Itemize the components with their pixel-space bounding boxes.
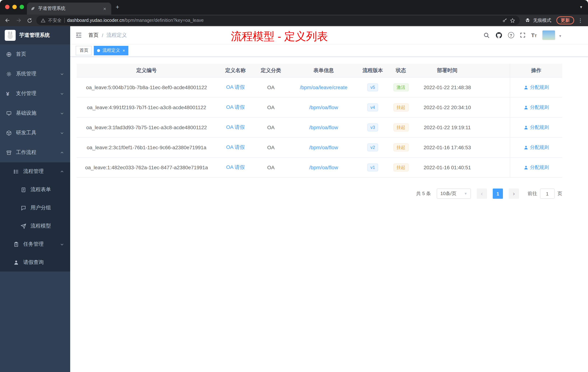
goto-page: 前往 页 (528, 188, 562, 199)
definition-name-link[interactable]: OA 请假 (226, 84, 245, 91)
sidebar-item-task-management[interactable]: 任务管理 (0, 235, 70, 253)
sidebar-item-leave-query[interactable]: 请假查询 (0, 253, 70, 272)
dashboard-icon (6, 52, 12, 57)
definition-name-link[interactable]: OA 请假 (226, 124, 245, 131)
breadcrumb-home-link[interactable]: 首页 (88, 32, 99, 38)
assign-rule-link[interactable]: 分配规则 (524, 124, 549, 131)
update-button[interactable]: 更新 (556, 16, 574, 24)
browser-tab[interactable]: 芋道管理系统 × (27, 2, 111, 15)
form-info-link[interactable]: /bpm/oa/flow (309, 124, 338, 130)
next-page-button[interactable]: › (509, 188, 519, 199)
list-icon (13, 169, 19, 174)
col-definition-id: 定义编号 (77, 64, 216, 77)
avatar-caret-down-icon[interactable]: ▼ (558, 34, 562, 40)
version-badge: v5 (367, 83, 378, 91)
chevron-up-icon (60, 151, 64, 154)
app-title: 芋道管理系统 (19, 32, 50, 39)
app-shell: 芋道管理系统 首页 系统管理 ¥ 支付管 (0, 26, 588, 372)
sidebar-item-home[interactable]: 首页 (0, 44, 70, 64)
tag-label: 流程定义 (103, 47, 120, 54)
version-badge: v4 (367, 103, 378, 111)
form-info-link[interactable]: /bpm/oa/flow (309, 104, 338, 110)
definition-category: OA (254, 77, 287, 97)
tab-search-chevron-icon[interactable]: ▼ (579, 5, 583, 9)
tag-close-icon[interactable]: × (123, 48, 125, 53)
deploy-time: 2022-01-22 19:19:11 (416, 118, 478, 137)
github-icon[interactable] (495, 32, 503, 39)
definition-name-link[interactable]: OA 请假 (226, 104, 245, 111)
main-area: 首页 / 流程定义 流程模型 - 定义列表 ? TT (70, 26, 588, 372)
sidebar-item-process-form[interactable]: 流程表单 (0, 181, 70, 199)
tag-process-definition[interactable]: 流程定义 × (94, 46, 128, 55)
window-minimize-button[interactable] (12, 5, 17, 9)
font-size-icon[interactable]: TT (531, 32, 537, 38)
sidebar-item-workflow[interactable]: 工作流程 (0, 143, 70, 162)
definition-id: oa_leave:5:004b710b-7b8a-11ec-8ef0-acde4… (77, 77, 216, 97)
table-row: oa_leave:2:3c1f0ef1-76b1-11ec-9c66-a2380… (77, 138, 562, 158)
forward-button[interactable] (15, 16, 22, 24)
new-tab-button[interactable]: + (116, 4, 119, 10)
col-definition-category: 定义分类 (254, 64, 287, 77)
address-bar[interactable]: 不安全 dashboard.yudao.iocoder.cn/bpm/manag… (36, 16, 520, 25)
form-info-link[interactable]: /bpm/oa/leave/create (300, 85, 347, 90)
status-badge: 激活 (393, 83, 409, 91)
avatar[interactable] (542, 30, 555, 40)
form-info-link[interactable]: /bpm/oa/flow (309, 144, 338, 150)
sidebar-item-label: 请假查询 (23, 259, 44, 266)
assign-rule-link[interactable]: 分配规则 (524, 164, 549, 171)
warning-icon (41, 18, 45, 23)
sidebar-item-process-model[interactable]: 流程模型 (0, 217, 70, 235)
gear-icon (6, 71, 12, 77)
sidebar-item-label: 流程模型 (31, 223, 51, 229)
definition-category: OA (254, 158, 287, 177)
assign-rule-label: 分配规则 (530, 124, 549, 131)
sidebar-item-payment[interactable]: ¥ 支付管理 (0, 84, 70, 103)
sidebar-item-system[interactable]: 系统管理 (0, 64, 70, 84)
goto-page-input[interactable] (540, 188, 555, 199)
screen: 芋道管理系统 × + ▼ 不安全 dashboard.yudao. (0, 0, 588, 372)
chevron-down-icon (60, 131, 64, 135)
tag-home[interactable]: 首页 (76, 46, 92, 55)
prev-page-button[interactable]: ‹ (477, 188, 487, 199)
definition-name-link[interactable]: OA 请假 (226, 144, 245, 151)
page-content: 定义编号 定义名称 定义分类 表单信息 流程版本 状态 部署时间 操作 oa_l… (70, 57, 588, 199)
definition-name-link[interactable]: OA 请假 (226, 164, 245, 171)
sidebar-collapse-icon[interactable] (74, 31, 83, 39)
reload-button[interactable] (25, 16, 33, 24)
current-page-button[interactable]: 1 (493, 188, 503, 199)
deploy-time: 2022-01-16 01:40:51 (416, 158, 478, 177)
chevron-up-icon (60, 169, 64, 174)
fullscreen-icon[interactable] (520, 32, 526, 38)
browser-menu-icon[interactable]: ⋮ (577, 17, 584, 23)
version-badge: v2 (367, 143, 378, 152)
assign-rule-label: 分配规则 (530, 164, 549, 171)
search-icon[interactable] (483, 32, 490, 38)
window-zoom-button[interactable] (20, 5, 24, 9)
window-close-button[interactable] (5, 5, 10, 9)
definition-table: 定义编号 定义名称 定义分类 表单信息 流程版本 状态 部署时间 操作 oa_l… (77, 64, 562, 178)
bookmark-star-icon[interactable] (510, 18, 515, 23)
assign-rule-link[interactable]: 分配规则 (524, 144, 549, 151)
page-size-select[interactable]: 10条/页 ▼ (437, 188, 471, 199)
sidebar-item-process-management[interactable]: 流程管理 (0, 162, 70, 181)
table-row: oa_leave:4:991f2193-7b7f-11ec-a3c8-acde4… (77, 98, 562, 118)
help-icon[interactable]: ? (508, 32, 514, 38)
tag-label: 首页 (80, 47, 88, 54)
cube-icon (6, 130, 12, 136)
tab-close-icon[interactable]: × (102, 6, 108, 11)
omnibox-divider (64, 18, 64, 23)
sidebar-item-user-group[interactable]: 用户分组 (0, 199, 70, 217)
assign-rule-link[interactable]: 分配规则 (524, 104, 549, 111)
version-badge: v1 (367, 164, 378, 171)
back-button[interactable] (4, 16, 12, 24)
sidebar-item-devtools[interactable]: 研发工具 (0, 123, 70, 143)
incognito-icon (525, 17, 531, 23)
header-actions: ? TT ▼ (483, 30, 582, 40)
form-info-link[interactable]: /bpm/oa/flow (309, 164, 338, 170)
sidebar-item-label: 工作流程 (16, 149, 36, 156)
assign-rule-link[interactable]: 分配规则 (524, 84, 549, 91)
password-key-icon[interactable] (502, 18, 507, 23)
sidebar-item-infrastructure[interactable]: 基础设施 (0, 103, 70, 123)
goto-prefix-label: 前往 (528, 190, 537, 197)
chevron-down-icon (60, 72, 64, 76)
